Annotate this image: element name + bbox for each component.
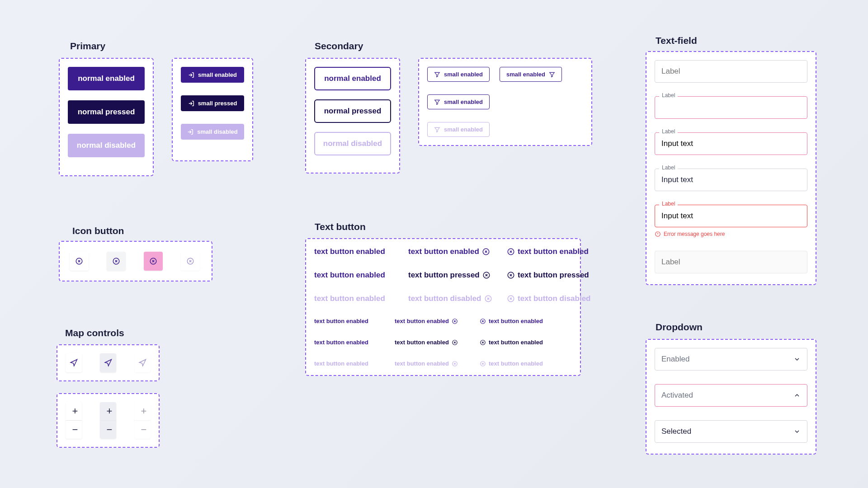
textfield-disabled (655, 251, 807, 273)
text-button-sm-plain-r1[interactable]: text button enabled (314, 318, 391, 324)
textfield-error-text: Error message goes here (664, 231, 725, 237)
text-button-sm-plain-r2[interactable]: text button enabled (314, 339, 391, 346)
primary-normal-disabled-button: normal disabled (68, 134, 145, 157)
error-icon (655, 231, 661, 237)
zoom-in-button[interactable]: + (100, 402, 116, 420)
dropdown-selected-label: Selected (661, 427, 691, 436)
textfield-title: Text-field (656, 35, 697, 46)
secondary-small-label: small enabled (444, 71, 483, 78)
textfield-filled-input[interactable] (655, 169, 807, 191)
primary-normal-pressed-button[interactable]: normal pressed (68, 100, 145, 124)
text-button-label: text button enabled (395, 360, 449, 367)
primary-small-pressed-label: small pressed (198, 100, 237, 107)
primary-normal-enabled-button[interactable]: normal enabled (68, 67, 145, 90)
text-button-lg-iconleft-pressed[interactable]: text button pressed (507, 271, 602, 280)
dropdown-selected-toggle[interactable]: Selected (655, 420, 807, 443)
filter-icon (434, 99, 440, 105)
text-button-sm-iconright-r3: text button enabled (395, 360, 476, 367)
textbutton-showcase: text button enabled text button enabled … (305, 238, 581, 376)
text-button-label: text button pressed (408, 271, 480, 280)
text-button-label: text button enabled (395, 339, 449, 346)
secondary-normal-pressed-button[interactable]: normal pressed (314, 99, 391, 123)
filter-icon (434, 127, 440, 133)
dropdown-selected: Selected (655, 420, 807, 443)
text-button-lg-iconleft-enabled[interactable]: text button enabled (507, 247, 602, 256)
zoom-in-button[interactable]: + (66, 402, 82, 420)
zoom-control-hover: + − (100, 402, 116, 439)
textfield-filled: Label (655, 169, 807, 191)
iconbutton-showcase (59, 241, 212, 282)
text-button-lg-plain-disabled: text button enabled (314, 294, 405, 303)
locate-button-default[interactable] (66, 353, 82, 372)
text-button-lg-plain-enabled[interactable]: text button enabled (314, 247, 405, 256)
text-button-sm-iconleft-r1[interactable]: text button enabled (480, 318, 561, 324)
text-button-label: text button enabled (489, 318, 543, 324)
dropdown-activated: Activated (655, 384, 807, 407)
circle-x-icon (186, 257, 194, 265)
text-button-sm-plain-r3: text button enabled (314, 360, 391, 367)
zoom-out-button[interactable]: − (66, 421, 82, 439)
circle-x-icon (452, 318, 458, 324)
dropdown-activated-toggle[interactable]: Activated (655, 384, 807, 407)
textfield-float-label: Label (659, 164, 678, 171)
secondary-small-icon-left-button-2[interactable]: small enabled (427, 94, 490, 109)
textfield-default-input[interactable] (655, 60, 807, 83)
secondary-small-label: small enabled (506, 71, 545, 78)
primary-small-enabled-label: small enabled (198, 71, 237, 78)
filter-icon (549, 71, 555, 78)
text-button-label: text button disabled (518, 294, 591, 303)
textfield-error: Label Error message goes here (655, 205, 807, 237)
primary-small-disabled-button: small disabled (181, 124, 244, 140)
chevron-down-icon (793, 428, 801, 435)
secondary-normal-disabled-button: normal disabled (314, 132, 391, 155)
mapcontrols-locate-showcase (57, 344, 160, 381)
icon-button-pressed[interactable] (144, 252, 163, 271)
text-button-sm-iconright-r1[interactable]: text button enabled (395, 318, 476, 324)
text-button-label: text button disabled (408, 294, 481, 303)
secondary-small-icon-right-button[interactable]: small enabled (500, 67, 562, 82)
secondary-small-showcase: small enabled small enabled small enable… (418, 58, 592, 146)
textfield-disabled-input (655, 251, 807, 273)
text-button-sm-iconright-r2[interactable]: text button enabled (395, 339, 476, 346)
text-button-lg-iconright-disabled: text button disabled (408, 294, 503, 303)
dropdown-activated-label: Activated (661, 391, 693, 400)
login-icon (188, 72, 194, 78)
zoom-control-default: + − (66, 402, 82, 439)
secondary-small-label: small enabled (444, 99, 483, 105)
secondary-title: Secondary (315, 41, 363, 52)
secondary-small-disabled-button: small enabled (427, 122, 490, 137)
zoom-out-button: − (134, 421, 151, 439)
icon-button-hover[interactable] (107, 252, 126, 271)
text-button-label: text button enabled (489, 360, 543, 367)
textfield-focused-input[interactable] (655, 96, 807, 119)
text-button-label: text button enabled (395, 318, 449, 324)
secondary-small-icon-left-button[interactable]: small enabled (427, 67, 490, 82)
dropdown-title: Dropdown (656, 322, 703, 333)
text-button-lg-plain-row2[interactable]: text button enabled (314, 271, 405, 280)
textfield-float-label: Label (659, 128, 678, 135)
zoom-out-button[interactable]: − (100, 421, 116, 439)
primary-small-pressed-button[interactable]: small pressed (181, 95, 244, 111)
secondary-normal-enabled-button[interactable]: normal enabled (314, 67, 391, 90)
circle-x-icon (482, 271, 491, 279)
textfield-focused-filled-input[interactable] (655, 132, 807, 155)
text-button-sm-iconleft-r2[interactable]: text button enabled (480, 339, 561, 346)
circle-x-icon (75, 257, 83, 265)
text-button-lg-iconright-enabled[interactable]: text button enabled (408, 247, 503, 256)
mapcontrols-zoom-showcase: + − + − + − (57, 393, 160, 448)
dropdown-showcase: Enabled Activated Selected (646, 339, 816, 455)
locate-button-hover[interactable] (100, 353, 116, 372)
primary-small-enabled-button[interactable]: small enabled (181, 67, 244, 83)
circle-x-icon (149, 257, 157, 265)
circle-x-icon (507, 248, 515, 256)
textfield-focused-empty: Label (655, 96, 807, 119)
iconbutton-title: Icon button (72, 225, 124, 236)
textfield-default (655, 60, 807, 83)
textfield-error-input[interactable] (655, 205, 807, 227)
text-button-label: text button enabled (518, 247, 589, 256)
locate-button-disabled (134, 353, 151, 372)
dropdown-enabled-toggle[interactable]: Enabled (655, 348, 807, 371)
icon-button-default[interactable] (70, 252, 89, 271)
circle-x-icon (507, 271, 515, 279)
text-button-lg-iconright-pressed[interactable]: text button pressed (408, 271, 503, 280)
